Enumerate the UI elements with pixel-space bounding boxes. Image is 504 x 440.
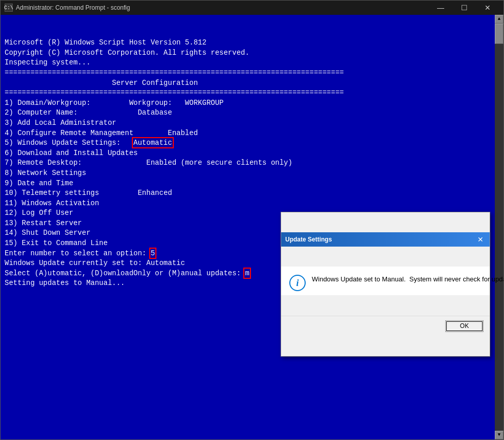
dialog-footer: OK <box>281 316 490 336</box>
console-menu-1: 1) Domain/Workgroup: Workgroup: WORKGROU… <box>5 98 489 108</box>
console-menu-11: 11) Windows Activation <box>5 199 489 209</box>
main-window: C:\ Administrator: Command Prompt - scon… <box>0 0 504 440</box>
update-settings-dialog: Update Settings ✕ i Windows Update set t… <box>281 212 490 357</box>
console-menu-10: 10) Telemetry settings Enhanced <box>5 188 489 199</box>
dialog-close-button[interactable]: ✕ <box>475 234 486 245</box>
windows-update-value-highlight: Automatic <box>133 139 172 147</box>
console-menu-8: 8) Network Settings <box>5 168 489 179</box>
minimize-button[interactable]: — <box>429 1 452 15</box>
window-icon: C:\ <box>5 4 13 12</box>
input-5-highlight: 5 <box>151 249 155 257</box>
console-separator-2: ========================================… <box>5 88 489 98</box>
scroll-down-button[interactable]: ▼ <box>495 431 503 439</box>
console-menu-3: 3) Add Local Administrator <box>5 118 489 128</box>
window-controls: — ☐ ✕ <box>429 1 499 15</box>
input-m-highlight: m <box>245 269 249 277</box>
dialog-title-bar: Update Settings ✕ <box>281 232 490 247</box>
close-button[interactable]: ✕ <box>476 1 499 15</box>
scrollbar[interactable]: ▲ ▼ <box>495 15 503 439</box>
scrollbar-track[interactable] <box>495 24 503 431</box>
maximize-button[interactable]: ☐ <box>452 1 476 15</box>
console-line-4: Inspecting system... <box>5 58 489 68</box>
scrollbar-thumb[interactable] <box>495 24 503 44</box>
dialog-info-icon: i <box>289 275 306 291</box>
title-bar: C:\ Administrator: Command Prompt - scon… <box>1 1 503 15</box>
scroll-up-button[interactable]: ▲ <box>495 15 503 24</box>
dialog-body: i Windows Update set to Manual. System w… <box>281 267 490 295</box>
console-area: Microsoft (R) Windows Script Host Versio… <box>1 15 503 439</box>
console-line-2: Copyright (C) Microsoft Corporation. All… <box>5 48 489 58</box>
dialog-ok-button[interactable]: OK <box>445 320 484 332</box>
console-menu-7: 7) Remote Desktop: Enabled (more secure … <box>5 158 489 168</box>
dialog-title: Update Settings <box>285 235 332 244</box>
console-separator-1: ========================================… <box>5 68 489 78</box>
dialog-message: Windows Update set to Manual. System wil… <box>312 275 503 284</box>
console-menu-5: 5) Windows Update Settings: Automatic <box>5 138 489 148</box>
window-title: Administrator: Command Prompt - sconfig <box>16 4 429 11</box>
console-menu-9: 9) Date and Time <box>5 179 489 189</box>
console-menu-2: 2) Computer Name: Database <box>5 108 489 118</box>
console-menu-6: 6) Download and Install Updates <box>5 148 489 159</box>
console-line-6: Server Configuration <box>5 78 489 89</box>
console-line-1: Microsoft (R) Windows Script Host Versio… <box>5 38 489 48</box>
console-menu-4: 4) Configure Remote Management Enabled <box>5 128 489 139</box>
